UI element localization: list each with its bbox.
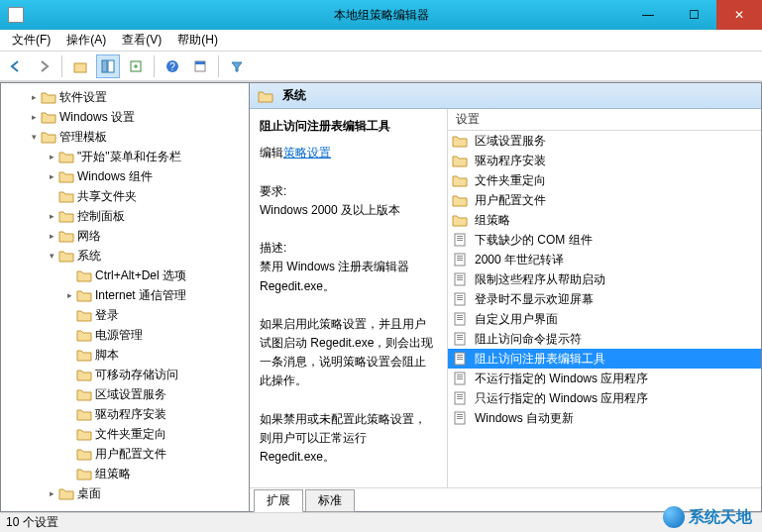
list-item[interactable]: 阻止访问注册表编辑工具 — [448, 349, 761, 369]
folder-icon — [58, 150, 74, 163]
menu-help[interactable]: 帮助(H) — [171, 30, 224, 51]
maximize-button[interactable]: ☐ — [671, 0, 716, 30]
forward-button[interactable] — [32, 54, 55, 78]
folder-icon — [58, 169, 74, 183]
tree-item[interactable]: 共享文件夹 — [1, 186, 249, 206]
tree-item[interactable]: 文件夹重定向 — [1, 424, 249, 444]
tree-item[interactable]: 用户配置文件 — [1, 444, 249, 464]
menu-file[interactable]: 文件(F) — [6, 30, 56, 51]
svg-rect-9 — [457, 236, 463, 237]
edit-line: 编辑策略设置 — [260, 144, 437, 162]
tree-panel[interactable]: ▸软件设置▸Windows 设置▾管理模板▸"开始"菜单和任务栏▸Windows… — [0, 82, 250, 512]
svg-rect-43 — [457, 398, 463, 399]
list-item[interactable]: 驱动程序安装 — [448, 151, 761, 170]
tree-item[interactable]: 区域设置服务 — [1, 384, 249, 404]
desc-p2: 如果启用此策略设置，并且用户试图启动 Regedit.exe，则会出现一条消息，… — [260, 315, 437, 391]
tree-label: 共享文件夹 — [77, 188, 137, 205]
tree-item[interactable]: 可移动存储访问 — [1, 365, 249, 384]
folder-icon — [76, 427, 92, 441]
list-item[interactable]: Windows 自动更新 — [448, 408, 761, 428]
folder-icon — [76, 467, 92, 480]
tree-item[interactable]: ▸软件设置 — [1, 87, 249, 107]
tree-item[interactable]: ▸Windows 设置 — [1, 107, 249, 127]
expand-icon[interactable]: ▸ — [27, 92, 41, 102]
status-text: 10 个设置 — [6, 514, 58, 531]
settings-list-panel[interactable]: 设置 区域设置服务驱动程序安装文件夹重定向用户配置文件组策略下载缺少的 COM … — [448, 109, 761, 487]
tree-label: 桌面 — [77, 485, 101, 502]
export-button[interactable] — [124, 54, 148, 78]
expand-icon[interactable]: ▸ — [45, 231, 58, 241]
list-item[interactable]: 2000 年世纪转译 — [448, 250, 761, 269]
list-header-setting[interactable]: 设置 — [448, 109, 761, 131]
expand-icon[interactable]: ▸ — [45, 152, 58, 161]
list-label: 用户配置文件 — [475, 192, 546, 209]
close-button[interactable]: ✕ — [716, 0, 762, 30]
tree-item[interactable]: ▾系统 — [1, 246, 249, 266]
globe-icon — [663, 506, 685, 528]
show-hide-tree-button[interactable] — [96, 54, 120, 78]
tree-item[interactable]: 组策略 — [1, 464, 249, 483]
list-item[interactable]: 不运行指定的 Windows 应用程序 — [448, 369, 761, 388]
list-label: 不运行指定的 Windows 应用程序 — [475, 371, 648, 387]
tree-item[interactable]: ▾管理模板 — [1, 127, 249, 147]
category-header: 系统 — [250, 83, 761, 109]
desc-p3: 如果禁用或未配置此策略设置，则用户可以正常运行 Regedit.exe。 — [260, 410, 437, 468]
expand-icon[interactable]: ▸ — [27, 112, 41, 122]
list-item[interactable]: 文件夹重定向 — [448, 170, 761, 190]
up-button[interactable] — [68, 54, 92, 78]
expand-icon[interactable]: ▾ — [27, 132, 41, 142]
folder-icon — [76, 328, 92, 342]
list-item[interactable]: 只运行指定的 Windows 应用程序 — [448, 388, 761, 408]
policy-icon — [452, 391, 468, 405]
menu-view[interactable]: 查看(V) — [116, 30, 167, 51]
tree-label: 组策略 — [95, 466, 131, 482]
category-title: 系统 — [282, 87, 306, 104]
edit-prefix: 编辑 — [260, 146, 283, 160]
minimize-button[interactable]: — — [625, 0, 671, 30]
req-text: Windows 2000 及以上版本 — [260, 201, 437, 220]
tree-label: 可移动存储访问 — [95, 367, 178, 383]
tree-item[interactable]: ▸桌面 — [1, 483, 249, 503]
list-item[interactable]: 用户配置文件 — [448, 190, 761, 210]
list-item[interactable]: 登录时不显示欢迎屏幕 — [448, 289, 761, 309]
tree-item[interactable]: ▸Windows 组件 — [1, 166, 249, 186]
svg-rect-11 — [457, 240, 463, 241]
expand-icon[interactable]: ▸ — [45, 211, 58, 221]
tree-item[interactable]: ▸网络 — [1, 226, 249, 246]
expand-icon[interactable]: ▸ — [62, 290, 76, 300]
tree-item[interactable]: ▸"开始"菜单和任务栏 — [1, 147, 249, 166]
list-item[interactable]: 组策略 — [448, 210, 761, 230]
right-panel: 系统 阻止访问注册表编辑工具 编辑策略设置 要求: Windows 2000 及… — [250, 82, 762, 512]
edit-policy-link[interactable]: 策略设置 — [283, 146, 331, 160]
tab-extended[interactable]: 扩展 — [254, 489, 303, 512]
list-item[interactable]: 区域设置服务 — [448, 131, 761, 151]
folder-icon — [76, 387, 92, 401]
list-item[interactable]: 阻止访问命令提示符 — [448, 329, 761, 349]
tab-standard[interactable]: 标准 — [305, 489, 355, 512]
list-label: 阻止访问注册表编辑工具 — [475, 351, 605, 368]
filter-button[interactable] — [225, 54, 249, 78]
tree-item[interactable]: 脚本 — [1, 345, 249, 365]
tree-item[interactable]: ▸Internet 通信管理 — [1, 285, 249, 305]
svg-rect-31 — [457, 339, 463, 340]
tree-item[interactable]: ▸控制面板 — [1, 206, 249, 226]
folder-icon — [41, 130, 56, 144]
list-item[interactable]: 自定义用户界面 — [448, 309, 761, 329]
list-label: 只运行指定的 Windows 应用程序 — [475, 390, 648, 407]
tree-item[interactable]: 电源管理 — [1, 325, 249, 345]
tree-item[interactable]: 驱动程序安装 — [1, 404, 249, 424]
expand-icon[interactable]: ▸ — [45, 171, 58, 181]
svg-rect-30 — [457, 337, 463, 338]
list-item[interactable]: 下载缺少的 COM 组件 — [448, 230, 761, 250]
expand-icon[interactable]: ▸ — [45, 488, 58, 498]
help-button[interactable]: ? — [161, 54, 184, 78]
expand-icon[interactable]: ▾ — [45, 251, 58, 261]
properties-button[interactable] — [188, 54, 212, 78]
svg-rect-46 — [457, 416, 463, 417]
tree-item[interactable]: Ctrl+Alt+Del 选项 — [1, 266, 249, 285]
back-button[interactable] — [4, 54, 28, 78]
svg-rect-45 — [457, 414, 463, 415]
menu-action[interactable]: 操作(A) — [60, 30, 112, 51]
list-item[interactable]: 限制这些程序从帮助启动 — [448, 269, 761, 289]
tree-item[interactable]: 登录 — [1, 305, 249, 325]
